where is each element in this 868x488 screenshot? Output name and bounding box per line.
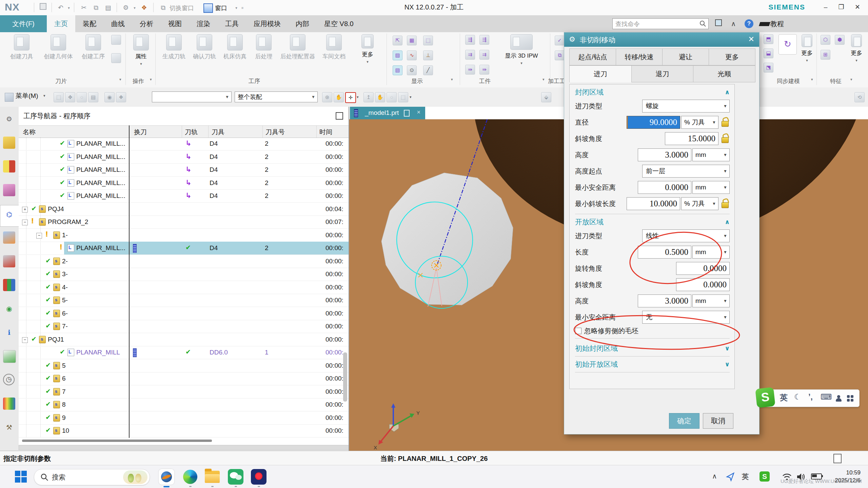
snap-point-icon-active[interactable]: ✛ [345,92,356,103]
dialog-tab-避让[interactable]: 避让 [662,48,709,65]
tab-close-icon[interactable]: × [417,109,420,116]
table-row[interactable]: ✔s1000:00: [19,424,349,438]
tab-渲染[interactable]: 渲染 [189,15,218,32]
display-boundary2-icon[interactable]: ▧ [393,65,402,75]
snap-icon[interactable]: ◌ [387,92,397,102]
group-dialog-launcher-icon[interactable]: ▾ [119,77,121,82]
operation-navigator-icon[interactable]: ⌬ [3,208,15,221]
tree-expander[interactable]: − [36,233,42,239]
undock-icon[interactable] [336,112,343,120]
group-dialog-launcher-icon[interactable]: ▾ [811,77,813,82]
toolbar-overflow-icon[interactable]: ⟲ [854,92,865,102]
sync-modeling-icon[interactable]: ⬔ [764,63,773,73]
tab-内部[interactable]: 内部 [288,15,317,32]
field-value-input[interactable]: 0.0000 [676,278,730,291]
field-dropdown[interactable]: 前一层▼ [642,165,730,178]
ignore-trim-stock-checkbox-row[interactable]: 忽略修剪侧的毛坯 [575,325,730,336]
spline-icon[interactable]: ∿ [407,50,417,60]
chevron-down-icon[interactable]: ▼ [723,246,727,258]
start-button[interactable] [15,471,27,483]
navigator-column-header[interactable]: 名称 换刀 刀轨 刀具 刀具号 时间 [19,125,349,138]
snap-icon[interactable]: ✋ [334,92,344,102]
full-screen-icon[interactable] [713,18,724,29]
tab-工具[interactable]: 工具 [218,15,246,32]
chevron-down-icon[interactable]: ▾ [140,62,142,66]
menu-button[interactable]: 菜单(M) [16,92,38,100]
sogou-logo-icon[interactable]: S [755,387,775,408]
column-toolpath[interactable]: 刀轨 [185,128,198,137]
field-unit-dropdown[interactable]: mm▼ [692,181,730,194]
part-tab[interactable]: _model1.prt × [350,107,425,119]
selection-filter-icon[interactable]: ⬚ [54,92,64,102]
verify-toolpath-button[interactable]: 确认刀轨 [190,34,219,60]
library-icon[interactable] [3,279,15,291]
small-tool-icon[interactable] [111,53,121,63]
snap-icon[interactable]: ⊛ [322,92,332,102]
close-button[interactable]: ✕ [852,2,863,12]
expand-chevron-icon[interactable]: ∨ [725,345,730,352]
field-unit-dropdown[interactable]: mm▼ [692,246,730,259]
dialog-tab-转移/快速[interactable]: 转移/快速 [616,48,663,65]
chevron-down-icon[interactable]: ▼ [723,149,727,161]
section-header-初始开放区域[interactable]: 初始开放区域∨ [575,357,730,372]
ime-language-icon[interactable]: 英 [780,392,788,403]
field-value-input[interactable]: 15.0000 [665,132,718,145]
table-row[interactable]: ✔s4-00:00: [19,281,349,294]
column-tool[interactable]: 刀具 [212,128,224,137]
lock-icon[interactable] [721,117,730,127]
table-row[interactable]: +✔sPQJ400:04: [19,203,349,216]
chevron-down-icon[interactable]: ▼ [723,311,727,323]
snap-icon[interactable]: ↥ [363,92,374,102]
taskbar-search[interactable]: 搜索 [34,469,150,485]
tool-display-icon[interactable]: ⊥ [423,50,433,60]
help-icon[interactable]: ? [745,19,753,28]
more-button[interactable]: 更多▾ [355,34,380,64]
roles-gear-icon[interactable]: ⚙ [3,113,15,125]
chevron-down-icon[interactable]: ▼ [712,116,716,128]
field-value-input[interactable]: 10.0000 [627,197,680,210]
workpiece-nav-icon[interactable]: ⇉ [479,50,489,60]
table-row[interactable]: ✔s800:00: [19,398,349,411]
chevron-down-icon[interactable]: ▾ [855,58,857,62]
field-dropdown[interactable]: 线性▼ [642,229,730,242]
field-value-input[interactable]: 0.5000 [638,246,691,259]
table-row[interactable]: ✔s700:00: [19,385,349,399]
chevron-down-icon[interactable]: ▾ [520,61,522,65]
tutorial-label[interactable]: 教程 [770,19,784,28]
keyboard-icon[interactable]: ⌨ [821,392,832,402]
dialog-title-bar[interactable]: ⚙ 非切削移动 ✕ [564,33,759,47]
visualization-eye-icon[interactable]: ◉ [3,303,15,315]
table-row[interactable]: −!s1-00:00: [19,229,349,242]
clipboard-icon[interactable] [833,454,842,463]
person-icon[interactable] [835,395,842,402]
selection-filter-icon[interactable]: ❖ [116,92,126,102]
feature-icon[interactable]: ⬢ [835,35,845,45]
part-navigator-icon[interactable] [3,184,15,196]
field-value-input[interactable]: 0.0000 [638,181,691,194]
group-dialog-launcher-icon[interactable]: ▾ [150,77,152,82]
assembly-navigator-icon[interactable] [3,137,15,149]
horizontal-scrollbar-track[interactable] [19,445,349,450]
table-row[interactable]: ✔s600:00: [19,372,349,385]
table-row[interactable]: −!sPROGRAM_200:07: [19,216,349,229]
machining-tool-icon[interactable]: ⧉ [555,50,565,60]
chevron-down-icon[interactable]: ▾ [367,60,369,64]
tools-icon[interactable]: ⚒ [3,421,15,433]
vertical-scrollbar-thumb[interactable] [343,352,347,402]
field-unit-dropdown[interactable]: mm▼ [692,294,730,307]
table-row[interactable]: ✔LPLANAR_MILL...↳D4200:00: [19,137,349,150]
tab-视图[interactable]: 视图 [161,15,189,32]
column-time[interactable]: 时间 [319,128,332,137]
show-3d-ipw-button[interactable]: 显示 3D IPW▾ [494,34,549,66]
history-clock-icon[interactable]: ◷ [3,374,15,385]
table-row[interactable]: ✔s7-00:00: [19,320,349,333]
tray-sogou-icon[interactable]: S [760,471,770,482]
scope-combo[interactable]: 整个装配▼ [235,92,318,102]
taskbar-wechat-icon[interactable] [228,469,243,485]
toolbox-grid-icon[interactable] [847,395,854,402]
feature-icon[interactable]: ⬡ [821,35,830,45]
table-row[interactable]: ✔LPLANAR_MILL...↳D4200:00: [19,163,349,177]
table-row[interactable]: −✔sPQJ100:00: [19,333,349,346]
snap-icon[interactable]: ⬚ [398,92,408,102]
refresh-icon[interactable]: ↻ [778,34,797,55]
